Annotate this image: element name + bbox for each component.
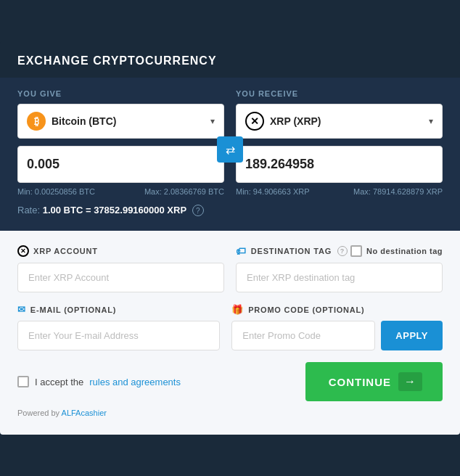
continue-arrow-icon: → (398, 372, 422, 391)
powered-by: Powered by ALFAcashier (17, 409, 443, 417)
footer-row: I accept the rules and agreements CONTIN… (17, 362, 443, 401)
you-give-amount[interactable]: 0.005 (17, 146, 224, 183)
page-title: EXCHANGE CRYPTOCURRENCY (17, 54, 217, 67)
rate-help-icon[interactable]: ? (192, 205, 204, 216)
accept-checkbox[interactable] (17, 376, 29, 387)
you-give-max: Max: 2.08366769 BTC (144, 187, 224, 196)
rules-link[interactable]: rules and agreements (89, 377, 181, 387)
you-give-limits: Min: 0.00250856 BTC Max: 2.08366769 BTC (17, 187, 224, 196)
you-receive-min: Min: 94.906663 XRP (236, 187, 310, 196)
apply-button[interactable]: APPLY (381, 321, 443, 350)
gift-icon: 🎁 (231, 304, 244, 315)
you-receive-currency-select[interactable]: ✕ XRP (XRP) ▾ (236, 104, 443, 139)
no-destination-tag-checkbox[interactable] (350, 245, 362, 257)
you-receive-limits: Min: 94.906663 XRP Max: 78914.628879 XRP (236, 187, 443, 196)
powered-by-text: Powered by (17, 409, 62, 417)
you-receive-col: YOU RECEIVE ✕ XRP (XRP) ▾ 189.264958 Min… (236, 89, 443, 196)
you-give-label: YOU GIVE (17, 89, 224, 98)
exchange-section: YOU GIVE ₿ Bitcoin (BTC) ▾ 0.005 Min: 0.… (0, 78, 460, 231)
xrp-account-col: ✕ XRP ACCOUNT (17, 245, 224, 292)
email-label-text: E-MAIL (OPTIONAL) (30, 305, 117, 314)
form-row-2: ✉ E-MAIL (OPTIONAL) 🎁 PROMO CODE (OPTION… (17, 304, 443, 350)
app-container: EXCHANGE CRYPTOCURRENCY YOU GIVE ₿ Bitco… (0, 41, 460, 435)
tag-icon: 🏷 (236, 245, 247, 257)
xrp-icon: ✕ (245, 112, 264, 131)
email-label: ✉ E-MAIL (OPTIONAL) (17, 304, 220, 315)
header: EXCHANGE CRYPTOCURRENCY (0, 41, 460, 78)
you-receive-label: YOU RECEIVE (236, 89, 443, 98)
destination-tag-help-icon[interactable]: ? (337, 246, 348, 256)
promo-col: 🎁 PROMO CODE (OPTIONAL) APPLY (231, 304, 443, 350)
dest-label-row: 🏷 DESTINATION TAG ? No destination tag (236, 245, 443, 257)
email-input[interactable] (17, 321, 220, 350)
you-give-col: YOU GIVE ₿ Bitcoin (BTC) ▾ 0.005 Min: 0.… (17, 89, 224, 196)
rate-row: Rate: 1.00 BTC = 37852.99160000 XRP ? (17, 205, 443, 217)
accept-text: I accept the (35, 377, 83, 387)
continue-label: CONTINUE (329, 376, 391, 388)
email-icon: ✉ (17, 304, 26, 315)
xrp-account-label-text: XRP ACCOUNT (33, 247, 98, 255)
continue-button[interactable]: CONTINUE → (305, 362, 443, 401)
you-give-currency-select[interactable]: ₿ Bitcoin (BTC) ▾ (17, 104, 224, 139)
form-section: ✕ XRP ACCOUNT 🏷 DESTINATION TAG ? No des… (0, 231, 460, 435)
destination-tag-col: 🏷 DESTINATION TAG ? No destination tag (236, 245, 443, 292)
destination-tag-input[interactable] (236, 263, 443, 292)
you-receive-chevron-icon: ▾ (429, 116, 433, 126)
promo-label-text: PROMO CODE (OPTIONAL) (248, 305, 364, 314)
destination-tag-label: 🏷 DESTINATION TAG ? (236, 245, 348, 257)
promo-input[interactable] (231, 321, 375, 350)
email-col: ✉ E-MAIL (OPTIONAL) (17, 304, 220, 350)
form-row-1: ✕ XRP ACCOUNT 🏷 DESTINATION TAG ? No des… (17, 245, 443, 292)
swap-button[interactable]: ⇄ (217, 136, 243, 163)
xrp-account-icon: ✕ (17, 245, 29, 257)
powered-by-link[interactable]: ALFAcashier (62, 409, 107, 417)
you-give-currency-name: Bitcoin (BTC) (52, 115, 116, 127)
you-give-currency-left: ₿ Bitcoin (BTC) (27, 112, 116, 131)
no-destination-tag-text: No destination tag (366, 247, 443, 255)
btc-icon: ₿ (27, 112, 46, 131)
promo-label: 🎁 PROMO CODE (OPTIONAL) (231, 304, 443, 315)
exchange-row: YOU GIVE ₿ Bitcoin (BTC) ▾ 0.005 Min: 0.… (17, 89, 443, 196)
destination-tag-label-text: DESTINATION TAG (251, 247, 332, 255)
rate-value: 1.00 BTC = 37852.99160000 XRP (43, 205, 186, 216)
you-give-chevron-icon: ▾ (210, 116, 215, 126)
you-receive-currency-left: ✕ XRP (XRP) (245, 112, 321, 131)
promo-row: APPLY (231, 321, 443, 350)
accept-row: I accept the rules and agreements (17, 376, 181, 387)
you-give-min: Min: 0.00250856 BTC (17, 187, 95, 196)
rate-prefix: Rate: (17, 205, 43, 216)
you-receive-amount[interactable]: 189.264958 (236, 146, 443, 183)
no-destination-tag-label[interactable]: No destination tag (350, 245, 443, 257)
you-receive-currency-name: XRP (XRP) (270, 115, 321, 127)
you-receive-max: Max: 78914.628879 XRP (353, 187, 443, 196)
xrp-account-label: ✕ XRP ACCOUNT (17, 245, 224, 257)
xrp-account-input[interactable] (17, 263, 224, 292)
